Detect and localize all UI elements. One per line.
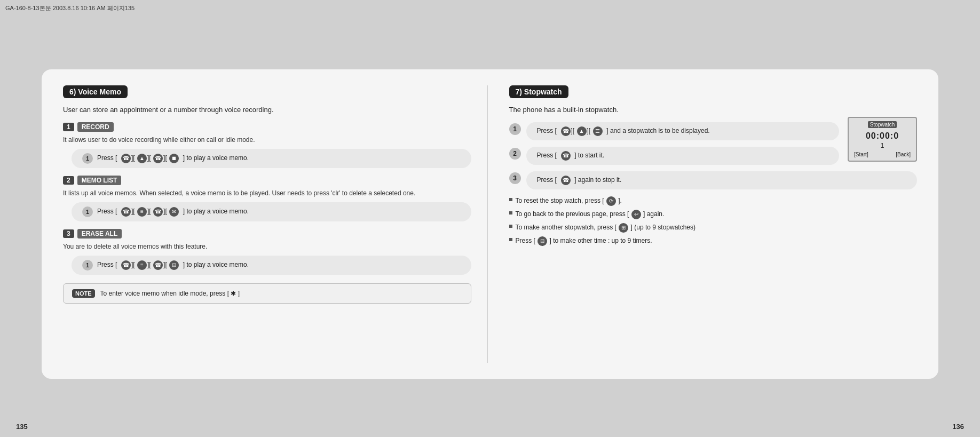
bullet-text-3: To make another stopwatch, press [ ⊞ ] (… xyxy=(516,223,696,233)
right-step-2: 2 Press [ ☎ ] to start it. xyxy=(509,147,840,165)
erase-label: 3 ERASE ALL xyxy=(63,229,122,239)
bullet-text-1: To reset the stop watch, press [ ⟳ ]. xyxy=(516,196,622,206)
bullet-sq-2 xyxy=(509,211,512,214)
page-numbers: 135 136 xyxy=(0,423,980,431)
icon-phone-e1: ☎ xyxy=(121,260,131,270)
bullet-sq-1 xyxy=(509,198,512,201)
left-intro: User can store an appointment or a numbe… xyxy=(63,106,471,114)
icon-minus-e1: ⊟ xyxy=(169,260,179,270)
page-num-left: 135 xyxy=(16,423,28,431)
icon-phone2-r1: ☎ xyxy=(153,154,163,163)
right-step-1: 1 Press [ ☎][ ▲][ ☰ ] and a stopwatch is… xyxy=(509,122,840,140)
record-num: 1 xyxy=(63,123,74,131)
right-step-box-3: Press [ ☎ ] again to stop it. xyxy=(526,171,918,189)
stopwatch-time: 00:00:0 xyxy=(854,131,911,141)
icon-up-r1: ▲ xyxy=(137,154,147,163)
note-box: NOTE To enter voice memo when idle mode,… xyxy=(63,283,471,304)
stopwatch-buttons: [Start] [Back] xyxy=(854,152,911,157)
bullet-item-4: Press [ ⊟ ] to make other time : up to 9… xyxy=(509,236,918,246)
stopwatch-start-btn: [Start] xyxy=(854,152,868,157)
page-header: GA-160-8-13본문 2003.8.16 10:16 AM 페이지135 xyxy=(5,4,135,12)
icon-stop-r1: ⏹ xyxy=(169,154,179,163)
bullet-sq-3 xyxy=(509,225,512,228)
right-section: 7) Stopwatch The phone has a built-in st… xyxy=(488,85,918,363)
stopwatch-count: 1 xyxy=(854,142,911,149)
record-title: RECORD xyxy=(77,122,114,132)
bullet-item-2: To go back to the previous page, press [… xyxy=(509,209,918,219)
bullet-item-1: To reset the stop watch, press [ ⟳ ]. xyxy=(509,196,918,206)
icon-list-e1: ≡ xyxy=(137,260,147,270)
step-circle-e1: 1 xyxy=(82,260,93,271)
erase-desc: You are to delete all voice memos with t… xyxy=(63,242,471,251)
icon-phone-r1: ☎ xyxy=(121,154,131,163)
memo-label: 2 MEMO LIST xyxy=(63,176,121,185)
record-label: 1 RECORD xyxy=(63,122,114,132)
icon-sw-1b: ▲ xyxy=(577,126,587,136)
left-section-title: 6) Voice Memo xyxy=(63,85,128,98)
record-instruction: Press [ ☎][ ▲][ ☎][ ⏹ ] to play a voice … xyxy=(97,154,249,163)
step-circle-1: 1 xyxy=(82,153,93,164)
page-num-right: 136 xyxy=(952,423,964,431)
bullet-item-3: To make another stopwatch, press [ ⊞ ] (… xyxy=(509,223,918,233)
main-card: 6) Voice Memo User can store an appointm… xyxy=(42,69,938,379)
note-label: NOTE xyxy=(72,289,95,298)
erase-instruction: Press [ ☎][ ≡][ ☎][ ⊟ ] to play a voice … xyxy=(97,260,249,270)
right-step-num-1: 1 xyxy=(509,123,521,135)
erase-num: 3 xyxy=(63,229,74,238)
subsection-memo: 2 MEMO LIST It lists up all voice memos.… xyxy=(63,176,471,221)
right-step-box-1: Press [ ☎][ ▲][ ☰ ] and a stopwatch is t… xyxy=(526,122,840,140)
icon-phone-m1: ☎ xyxy=(121,207,131,217)
bullet-text-4: Press [ ⊟ ] to make other time : up to 9… xyxy=(516,236,652,246)
note-text: To enter voice memo when idle mode, pres… xyxy=(100,290,240,297)
right-step-box-2: Press [ ☎ ] to start it. xyxy=(526,147,840,165)
left-section: 6) Voice Memo User can store an appointm… xyxy=(63,85,488,363)
icon-phone2-m1: ☎ xyxy=(153,207,163,217)
stopwatch-widget: Stopwatch 00:00:0 1 [Start] [Back] xyxy=(848,117,917,162)
bullet-text-2: To go back to the previous page, press [… xyxy=(516,209,665,219)
icon-list-m1: ≡ xyxy=(137,207,147,217)
icon-sw-2a: ☎ xyxy=(561,151,571,161)
memo-num: 2 xyxy=(63,176,74,185)
right-section-title: 7) Stopwatch xyxy=(509,85,568,98)
right-step-3: 3 Press [ ☎ ] again to stop it. xyxy=(509,171,918,189)
icon-sw-1a: ☎ xyxy=(561,126,571,136)
icon-phone2-e1: ☎ xyxy=(153,260,163,270)
step-circle-m1: 1 xyxy=(82,206,93,217)
memo-title: MEMO LIST xyxy=(77,176,122,185)
bullet-list: To reset the stop watch, press [ ⟳ ]. To… xyxy=(509,196,918,246)
stopwatch-title: Stopwatch xyxy=(868,121,897,128)
icon-mail-m1: ✉ xyxy=(169,207,179,217)
memo-instruction: Press [ ☎][ ≡][ ☎][ ✉ ] to play a voice … xyxy=(97,207,249,217)
memo-desc: It lists up all voice memos. When select… xyxy=(63,188,471,198)
erase-step-1: 1 Press [ ☎][ ≡][ ☎][ ⊟ ] to play a voic… xyxy=(72,256,471,275)
memo-step-1: 1 Press [ ☎][ ≡][ ☎][ ✉ ] to play a voic… xyxy=(72,202,471,221)
icon-sw-1c: ☰ xyxy=(593,126,603,136)
subsection-erase: 3 ERASE ALL You are to delete all voice … xyxy=(63,229,471,275)
right-step-num-3: 3 xyxy=(509,172,521,184)
stopwatch-back-btn: [Back] xyxy=(896,152,911,157)
subsection-record: 1 RECORD It allows user to do voice reco… xyxy=(63,122,471,168)
icon-sw-3a: ☎ xyxy=(561,176,571,185)
erase-title: ERASE ALL xyxy=(77,229,122,239)
right-intro: The phone has a built-in stopwatch. xyxy=(509,106,918,114)
record-desc: It allows user to do voice recording whi… xyxy=(63,135,471,145)
right-step-num-2: 2 xyxy=(509,148,521,160)
record-step-1: 1 Press [ ☎][ ▲][ ☎][ ⏹ ] to play a voic… xyxy=(72,149,471,168)
bullet-sq-4 xyxy=(509,238,512,241)
